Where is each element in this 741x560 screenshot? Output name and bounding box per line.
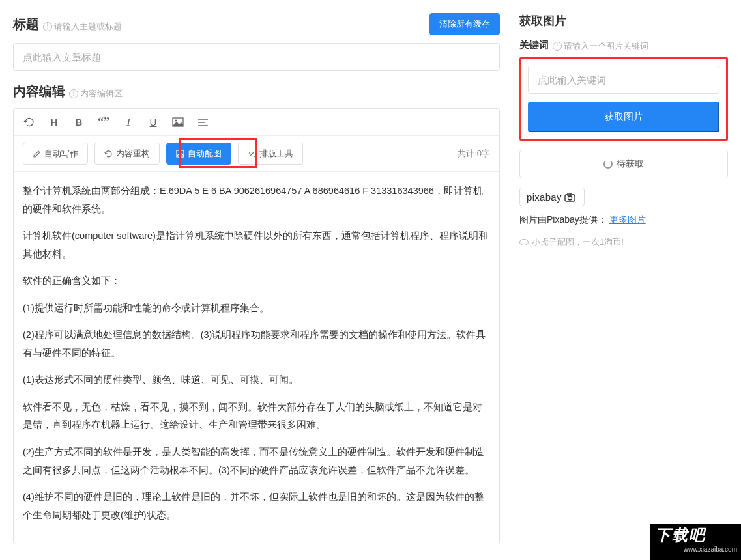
picture-icon	[176, 150, 184, 158]
keyword-hint: ! 请输入一个图片关键词	[553, 40, 648, 52]
auto-image-button[interactable]: 自动配图	[166, 143, 231, 165]
editor-box: H B “” I U 自动写作 内容重构	[13, 108, 500, 544]
coin-icon	[519, 239, 529, 245]
layout-tool-button[interactable]: 排版工具	[238, 143, 303, 165]
heading-icon[interactable]: H	[48, 117, 61, 128]
undo-icon[interactable]	[23, 117, 36, 128]
pixabay-badge: pixabay	[519, 188, 585, 206]
paragraph: 软件的正确含义如下：	[23, 272, 490, 290]
watermark-url: www.xiazaiba.com	[650, 546, 741, 554]
title-hint: ! 请输入主题或标题	[43, 21, 122, 33]
pending-button[interactable]: 待获取	[519, 150, 728, 178]
pencil-icon	[33, 150, 41, 158]
content-edit-hint: ! 内容编辑区	[69, 88, 123, 100]
svg-point-7	[568, 196, 572, 200]
paragraph: (2)程序可以满意地处理信息的数据结构。(3)说明程序功能要求和程序需要的文档的…	[23, 326, 490, 362]
get-image-title: 获取图片	[519, 13, 728, 29]
italic-icon[interactable]: I	[122, 116, 135, 129]
format-toolbar: H B “” I U	[14, 109, 499, 136]
svg-rect-5	[177, 150, 184, 157]
article-title-input[interactable]	[13, 43, 500, 71]
pixabay-credit: 图片由Pixabay提供： 更多图片	[519, 214, 728, 226]
keyword-label: 关键词	[519, 39, 549, 51]
camera-icon	[564, 193, 577, 202]
keyword-highlight-box: 获取图片	[519, 57, 728, 141]
info-icon: !	[43, 22, 52, 31]
spinner-icon	[603, 160, 613, 169]
paragraph: 软件看不见，无色，枯燥，看不见，摸不到，闻不到。软件大部分存在于人们的头脑或纸上…	[23, 399, 490, 434]
paragraph: (4)维护不同的硬件是旧的，理论上软件是旧的，并不坏，但实际上软件也是旧的和坏的…	[23, 488, 490, 524]
watermark-brand: 下载吧	[650, 524, 741, 546]
info-icon: !	[553, 42, 562, 51]
info-icon: !	[69, 89, 78, 98]
restructure-button[interactable]: 内容重构	[94, 143, 160, 165]
editor-content[interactable]: 整个计算机系统由两部分组成：E.69DA 5 E 6 BA 9062616964…	[14, 172, 499, 544]
paragraph: (1)表达形式不同的硬件类型、颜色、味道、可见、可摸、可闻。	[23, 371, 490, 389]
image-icon[interactable]	[171, 117, 184, 127]
refresh-icon	[104, 150, 113, 158]
underline-icon[interactable]: U	[147, 117, 160, 128]
title-label: 标题	[13, 16, 39, 33]
clear-cache-button[interactable]: 清除所有缓存	[429, 13, 500, 35]
paragraph: 整个计算机系统由两部分组成：E.69DA 5 E 6 BA 9062616964…	[23, 182, 490, 218]
bold-icon[interactable]: B	[72, 117, 85, 128]
content-edit-label: 内容编辑	[13, 83, 65, 100]
action-toolbar: 自动写作 内容重构 自动配图 排版工具 共计:0字	[14, 136, 499, 172]
paragraph: (1)提供运行时所需功能和性能的命令或计算机程序集合。	[23, 300, 490, 318]
auto-write-button[interactable]: 自动写作	[23, 143, 88, 165]
paragraph: 计算机软件(computer software)是指计算机系统中除硬件以外的所有…	[23, 227, 490, 263]
title-section-header: 标题 ! 请输入主题或标题 清除所有缓存	[13, 13, 500, 35]
watermark: 下载吧 www.xiazaiba.com	[650, 524, 741, 560]
get-image-button[interactable]: 获取图片	[528, 102, 719, 132]
keyword-input[interactable]	[528, 66, 719, 94]
align-icon[interactable]	[196, 118, 209, 127]
quote-icon[interactable]: “”	[97, 115, 110, 129]
word-count: 共计:0字	[458, 148, 490, 160]
more-images-link[interactable]: 更多图片	[609, 214, 646, 225]
paragraph: (2)生产方式不同的软件是开发，是人类智能的高发挥，而不是传统意义上的硬件制造。…	[23, 443, 490, 479]
taobi-note: 小虎子配图，一次1淘币!	[519, 236, 728, 248]
wand-icon	[248, 150, 256, 158]
svg-point-1	[175, 120, 177, 122]
